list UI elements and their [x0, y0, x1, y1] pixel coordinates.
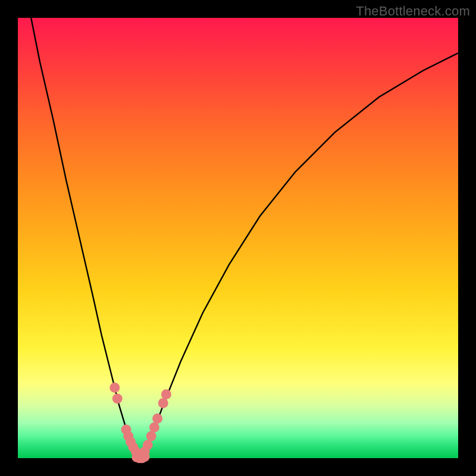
highlight-dot	[109, 383, 120, 393]
highlight-dots	[109, 383, 171, 463]
highlight-dot	[146, 431, 156, 441]
plot-area	[18, 18, 458, 458]
chart-frame: TheBottleneck.com	[0, 0, 476, 476]
curve-group	[31, 18, 458, 458]
highlight-dot	[152, 414, 162, 424]
bottleneck-curve-right	[141, 53, 458, 458]
highlight-dot	[161, 389, 171, 399]
highlight-dot	[112, 394, 123, 404]
watermark-text: TheBottleneck.com	[356, 4, 470, 19]
bottleneck-curve-left	[31, 18, 141, 458]
highlight-dot	[140, 452, 150, 462]
curve-svg	[18, 18, 458, 458]
highlight-dot	[149, 422, 159, 433]
highlight-dot	[158, 398, 168, 408]
highlight-dot	[143, 440, 153, 450]
